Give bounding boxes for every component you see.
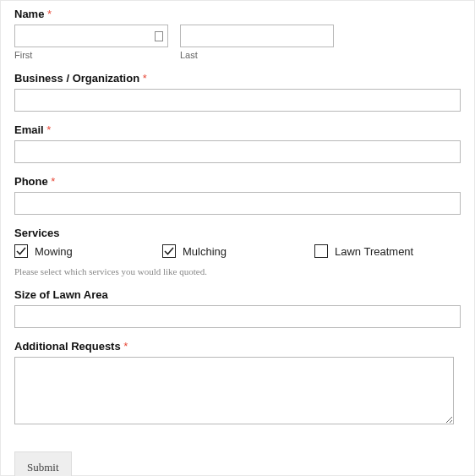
lawn-size-group: Size of Lawn Area	[14, 288, 461, 328]
check-icon	[16, 246, 26, 256]
required-star: *	[143, 72, 147, 85]
email-group: Email *	[14, 123, 461, 163]
email-label: Email *	[14, 123, 461, 136]
service-lawn-treatment-label: Lawn Treatment	[335, 245, 413, 258]
service-lawn-treatment: Lawn Treatment	[314, 244, 450, 258]
services-hint: Please select which services you would l…	[14, 266, 461, 276]
last-name-col: Last	[180, 25, 334, 60]
additional-group: Additional Requests *	[14, 340, 461, 428]
additional-textarea[interactable]	[14, 357, 454, 424]
lawn-size-label: Size of Lawn Area	[14, 288, 461, 301]
services-row: Mowing Mulching Lawn Treatment	[14, 244, 461, 258]
phone-input[interactable]	[14, 192, 461, 215]
services-group: Services Mowing Mulching Lawn Treatment	[14, 227, 461, 258]
checkbox-mulching[interactable]	[162, 244, 176, 258]
name-label-text: Name	[14, 8, 44, 20]
service-mowing: Mowing	[14, 244, 162, 258]
email-input[interactable]	[14, 140, 461, 163]
required-star: *	[51, 175, 55, 188]
checkbox-mowing[interactable]	[14, 244, 28, 258]
last-name-sublabel: Last	[180, 50, 334, 60]
additional-label-text: Additional Requests	[14, 340, 121, 353]
submit-button[interactable]: Submit	[14, 451, 72, 476]
checkbox-lawn-treatment[interactable]	[314, 244, 328, 258]
name-group: Name * First Last	[14, 8, 461, 60]
service-mowing-label: Mowing	[35, 245, 73, 258]
required-star: *	[47, 8, 52, 20]
first-name-sublabel: First	[14, 50, 168, 60]
required-star: *	[123, 340, 128, 353]
first-name-input[interactable]	[14, 25, 168, 47]
quote-form: Name * First Last Business / Organizatio…	[0, 0, 475, 476]
business-label: Business / Organization *	[14, 72, 461, 85]
first-name-col: First	[14, 25, 168, 60]
phone-group: Phone *	[14, 175, 461, 215]
services-label: Services	[14, 227, 461, 239]
email-label-text: Email	[14, 123, 44, 136]
additional-label: Additional Requests *	[14, 340, 461, 353]
service-mulching-label: Mulching	[183, 245, 227, 258]
service-mulching: Mulching	[162, 244, 314, 258]
phone-label: Phone *	[14, 175, 461, 188]
name-label: Name *	[14, 8, 461, 20]
first-name-input-wrap	[14, 25, 168, 47]
name-row: First Last	[14, 25, 461, 60]
phone-label-text: Phone	[14, 175, 48, 188]
business-input[interactable]	[14, 89, 461, 112]
check-icon	[164, 246, 174, 256]
lawn-size-input[interactable]	[14, 305, 461, 328]
required-star: *	[46, 123, 51, 136]
business-label-text: Business / Organization	[14, 72, 139, 85]
business-group: Business / Organization *	[14, 72, 461, 112]
last-name-input[interactable]	[180, 25, 334, 47]
